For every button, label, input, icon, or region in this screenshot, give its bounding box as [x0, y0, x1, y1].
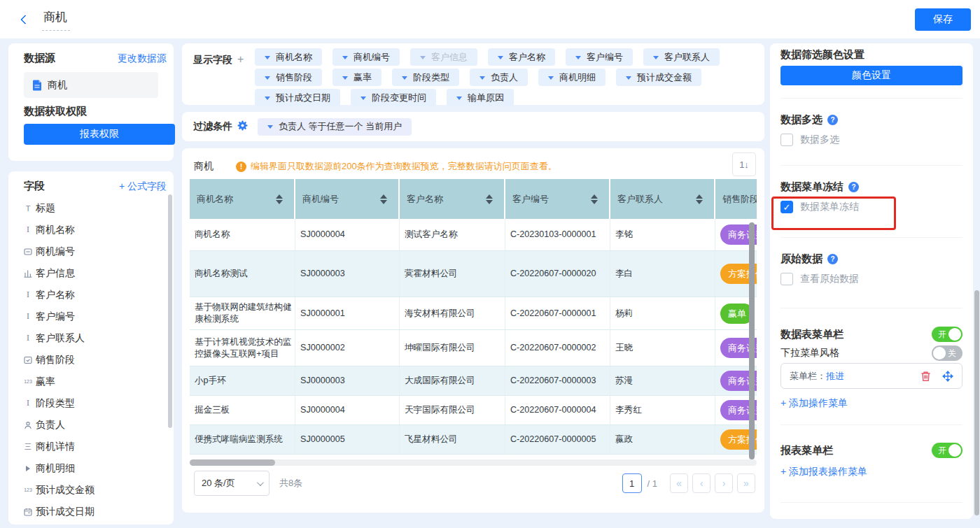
report-menu-toggle[interactable]: 开 — [932, 443, 962, 458]
table-row[interactable]: 基于计算机视觉技术的监控摄像头互联网+项目SJ0000002坤曜国际有限公司C-… — [190, 330, 757, 366]
help-icon[interactable]: ? — [827, 115, 838, 125]
field-item[interactable]: 客户信息 — [24, 262, 174, 284]
save-button[interactable]: 保存 — [915, 8, 971, 31]
field-item[interactable]: I客户名称 — [24, 284, 174, 306]
add-menu-link[interactable]: + 添加操作菜单 — [780, 397, 962, 410]
display-field-chip[interactable]: 负责人 — [470, 69, 528, 86]
chevron-down-icon — [402, 76, 407, 80]
table-row[interactable]: 便携式哮喘病监测系统SJ0000005飞星材料公司C-20220607-0000… — [190, 425, 757, 455]
scrollbar-thumb[interactable] — [190, 459, 275, 466]
help-icon[interactable]: ? — [827, 254, 838, 264]
display-field-chip[interactable]: 商机编号 — [332, 48, 400, 66]
display-field-chip[interactable]: 客户编号 — [566, 48, 633, 66]
color-settings-button[interactable]: 颜色设置 — [780, 66, 962, 85]
gear-icon[interactable] — [237, 120, 248, 133]
table-cell: C-20220607-0000002 — [505, 330, 610, 366]
table-row[interactable]: 商机名称测试SJ0000003蓂霍材料公司C-20220607-0000020李… — [190, 251, 757, 297]
change-datasource-link[interactable]: 更改数据源 — [118, 52, 167, 65]
column-header[interactable]: 客户联系人 — [610, 179, 715, 219]
column-header[interactable]: 客户名称 — [400, 179, 505, 219]
last-page-button[interactable]: » — [737, 473, 755, 493]
table-row[interactable]: 商机名称SJ0000004测试客户名称C-20230103-0000001李铭商… — [190, 219, 757, 251]
freeze-checkbox[interactable] — [780, 201, 793, 213]
field-item[interactable]: 销售阶段 — [24, 349, 174, 371]
add-display-field-icon[interactable]: + — [237, 53, 244, 65]
table-cell: 天宇国际有限公司 — [400, 396, 505, 424]
field-item[interactable]: I客户联系人 — [24, 327, 174, 349]
field-label: 客户信息 — [36, 267, 75, 280]
display-field-chip[interactable]: 预计成交金额 — [616, 69, 701, 86]
first-page-button[interactable]: « — [670, 473, 688, 493]
table-cell: 飞星材料公司 — [400, 425, 505, 454]
dropdown-style-toggle[interactable]: 关 — [932, 345, 962, 361]
multi-select-checkbox[interactable] — [780, 134, 793, 146]
display-field-chip[interactable]: 商机明细 — [538, 69, 606, 86]
field-item[interactable]: T标题 — [24, 197, 174, 219]
datasource-item[interactable]: 商机 — [24, 72, 158, 98]
chevron-down-icon — [479, 76, 485, 80]
table-cell: 便携式哮喘病监测系统 — [190, 425, 295, 454]
display-field-chip[interactable]: 客户联系人 — [643, 48, 720, 66]
field-item[interactable]: I阶段类型 — [24, 392, 174, 414]
display-field-chip[interactable]: 销售阶段 — [255, 69, 322, 86]
page-title[interactable]: 商机 — [42, 8, 70, 31]
trash-icon[interactable] — [920, 371, 931, 382]
fields-scrollbar[interactable] — [168, 194, 172, 428]
menu-item-input[interactable]: 菜单栏： 推进 — [780, 363, 962, 389]
table-cell: 商机名称测试 — [190, 251, 295, 297]
main-area: 数据源 更改数据源 商机 数据获取权限 报表权限 字段 + 公式字段 T标题I商… — [0, 38, 980, 528]
table-row[interactable]: 小p手环SJ0000003大成国际有限公司C-20220607-0000003苏… — [190, 366, 757, 396]
move-icon[interactable] — [942, 371, 953, 382]
table-row[interactable]: 基于物联网的建筑结构健康检测系统SJ0000001海安材料有限公司C-20220… — [190, 297, 757, 330]
display-field-chip[interactable]: 客户名称 — [488, 48, 555, 66]
page-size-select[interactable]: 20 条/页 — [194, 471, 270, 496]
report-perm-button[interactable]: 报表权限 — [24, 124, 175, 145]
display-field-chip[interactable]: 客户信息 — [410, 48, 477, 66]
field-item[interactable]: 123赢率 — [24, 371, 174, 392]
display-field-chip[interactable]: 预计成交日期 — [255, 89, 340, 106]
sort-icon[interactable] — [486, 194, 493, 204]
field-item[interactable]: I商机名称 — [24, 219, 174, 241]
field-item[interactable]: 预计成交日期 — [24, 501, 174, 522]
table-cell: 坤曜国际有限公司 — [400, 330, 505, 366]
back-icon[interactable] — [20, 14, 30, 24]
field-item[interactable]: 123预计成交金额 — [24, 479, 174, 501]
display-field-chip[interactable]: 阶段类型 — [392, 69, 459, 86]
table-vertical-scrollbar[interactable] — [749, 222, 755, 459]
field-item[interactable]: 三商机详情 — [24, 436, 174, 457]
field-item[interactable]: 商机明细 — [24, 457, 174, 479]
raw-data-checkbox[interactable] — [780, 273, 793, 285]
field-item[interactable]: 商机编号 — [24, 241, 174, 262]
field-label: 阶段类型 — [36, 397, 75, 410]
warning-icon: ! — [236, 162, 246, 172]
help-icon[interactable]: ? — [848, 182, 859, 192]
display-field-chip[interactable]: 赢率 — [332, 69, 382, 86]
display-field-chip[interactable]: 输单原因 — [447, 89, 514, 106]
column-header[interactable]: 商机编号 — [295, 179, 400, 219]
sort-icon[interactable] — [276, 194, 283, 204]
prev-page-button[interactable]: ‹ — [692, 473, 710, 493]
add-report-menu-link[interactable]: + 添加报表操作菜单 — [780, 466, 962, 478]
sort-icon[interactable] — [591, 194, 598, 204]
sort-icon[interactable] — [696, 194, 703, 204]
page-number-input[interactable]: 1 — [622, 473, 642, 493]
table-row[interactable]: 掘金三板SJ0000004天宇国际有限公司C-20220607-0000004李… — [190, 396, 757, 425]
column-header[interactable]: 客户编号 — [505, 179, 610, 219]
column-header[interactable]: 商机名称 — [190, 179, 295, 219]
freeze-label: 数据菜单冻结 — [800, 201, 859, 213]
top-bar: 商机 保存 — [0, 0, 980, 38]
field-item[interactable]: 负责人 — [24, 414, 174, 436]
display-field-chip[interactable]: 商机名称 — [255, 48, 322, 66]
display-field-chip[interactable]: 阶段变更时间 — [351, 89, 436, 106]
sort-icon[interactable] — [380, 194, 387, 204]
page-scrollbar[interactable] — [974, 290, 979, 515]
sort-order-button[interactable]: 1↓ — [732, 152, 756, 176]
field-label: 客户编号 — [36, 311, 75, 323]
next-page-button[interactable]: › — [715, 473, 733, 493]
field-item[interactable]: I客户编号 — [24, 306, 174, 327]
table-menu-toggle[interactable]: 开 — [932, 327, 962, 342]
add-formula-field-link[interactable]: + 公式字段 — [119, 180, 167, 193]
filter-condition-chip[interactable]: 负责人 等于任意一个 当前用户 — [258, 118, 412, 136]
column-header[interactable]: 销售阶段 — [715, 179, 757, 219]
table-horizontal-scrollbar[interactable] — [190, 459, 757, 466]
